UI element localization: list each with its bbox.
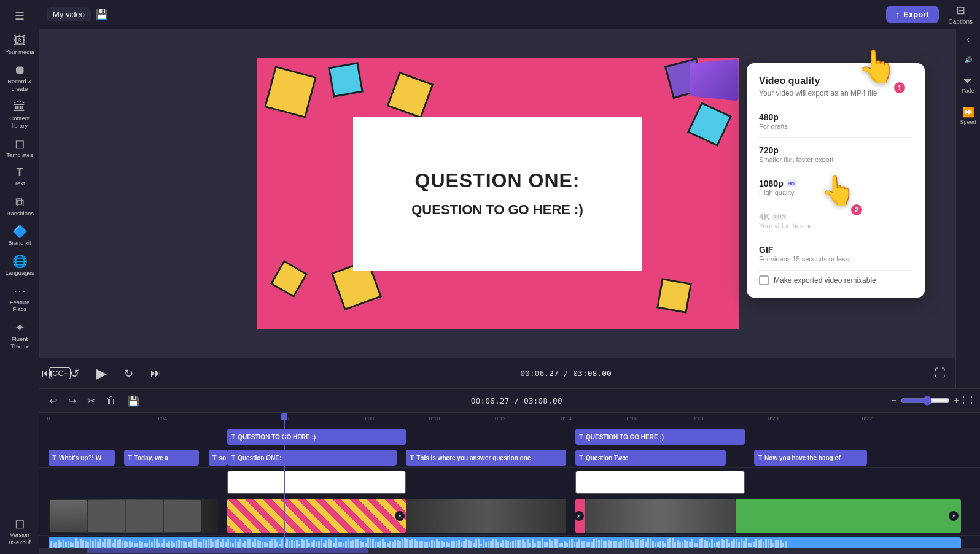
- clip-label: What's up?! W: [59, 455, 101, 461]
- clip-now-you-have[interactable]: T Now you have the hang of: [754, 450, 867, 466]
- step2-badge: 2: [850, 203, 863, 217]
- export-button[interactable]: ↑ Export: [886, 6, 939, 23]
- quality-option-gif[interactable]: GIF For videos 15 seconds or less: [759, 240, 912, 267]
- sidebar-item-label: Fluent Theme: [4, 336, 36, 350]
- sidebar-item-label: Record &create: [7, 78, 32, 92]
- cc-button[interactable]: CC +: [49, 367, 71, 379]
- undo-button[interactable]: ↩: [47, 393, 60, 409]
- audio-clip[interactable]: [49, 537, 961, 548]
- hamburger-icon: ☰: [15, 9, 25, 23]
- zoom-slider[interactable]: [901, 396, 950, 406]
- delete-button[interactable]: 🗑: [104, 393, 119, 409]
- sidebar-item-your-media[interactable]: 🖼 Your media: [1, 31, 38, 59]
- speed-icon: ⏩: [962, 106, 974, 118]
- video-clip-pink-2[interactable]: ✕: [575, 499, 585, 533]
- cut-button[interactable]: ✂: [85, 393, 98, 409]
- clip-label: Question ONE:: [238, 455, 281, 461]
- fullscreen-button[interactable]: ⛶: [935, 367, 946, 380]
- quality-label-gif: GIF: [759, 245, 912, 255]
- video-clip-dark-2[interactable]: [406, 499, 566, 533]
- ruler-mark-22: 0:22: [861, 415, 873, 421]
- captions-icon: ⊟: [956, 4, 965, 17]
- clip-question-two[interactable]: T Question Two:: [575, 450, 726, 466]
- video-clip-green[interactable]: ✕: [736, 499, 962, 533]
- text-icon: T: [17, 167, 23, 178]
- hamburger-button[interactable]: ☰: [1, 5, 38, 27]
- sidebar-item-text[interactable]: T Text: [1, 163, 38, 190]
- hd-badge: HD: [786, 180, 797, 187]
- skip-forward-button[interactable]: ⏭: [148, 364, 164, 382]
- clip-this-is[interactable]: T This is where you answer question one: [406, 450, 566, 466]
- clip-question-2[interactable]: T QUESTION TO GO HERE :): [575, 429, 745, 445]
- right-panel: ‹ 🔊 ⏷ Fade ⏩ Speed: [955, 29, 980, 388]
- zoom-out-button[interactable]: −: [891, 395, 896, 406]
- fade-label: Fade: [962, 88, 974, 94]
- clip-white-1[interactable]: [227, 471, 406, 494]
- sidebar-item-templates[interactable]: ◻ Templates: [1, 134, 38, 162]
- zoom-in-button[interactable]: +: [954, 395, 959, 406]
- clip-whatsup[interactable]: T What's up?! W: [49, 450, 114, 466]
- play-button[interactable]: ▶: [94, 363, 109, 384]
- sidebar-item-transitions[interactable]: ⧉ Transitions: [1, 192, 38, 220]
- sidebar-item-fluent-theme[interactable]: ✦ Fluent Theme: [1, 318, 38, 353]
- speed-label: Speed: [960, 119, 976, 125]
- volume-button[interactable]: 🔊: [965, 56, 972, 63]
- fullscreen-timeline-button[interactable]: ⛶: [963, 395, 973, 406]
- sidebar-item-label: Text: [14, 180, 25, 187]
- sidebar-item-content-library[interactable]: 🏛 Content library: [1, 97, 38, 133]
- tutorial-cursor-1: 👆 1: [857, 48, 906, 97]
- quality-option-720p[interactable]: 720p Smaller file, faster export: [759, 140, 912, 168]
- tracks-container: T QUESTION TO GO HERE :) T QUESTION TO G…: [39, 426, 980, 548]
- content-area: Video quality Your video will export as …: [39, 29, 980, 388]
- clip-today[interactable]: T Today, we a: [124, 450, 200, 466]
- project-title-button[interactable]: My video: [47, 7, 91, 21]
- clip-question-one[interactable]: T Question ONE:: [227, 450, 397, 466]
- sidebar-item-brand-kit[interactable]: 🔷 Brand kit: [1, 221, 38, 250]
- save-frame-button[interactable]: 💾: [125, 393, 142, 409]
- version-icon: ◻: [15, 517, 25, 529]
- cc-icon: CC: [52, 369, 64, 378]
- zoom-controls: − + ⛶: [891, 395, 973, 406]
- canvas-area: Video quality Your video will export as …: [39, 29, 955, 388]
- sidebar-item-feature-flags[interactable]: ⋯ Feature Flags: [1, 281, 38, 317]
- clip-question-1[interactable]: T QUESTION TO GO HERE :): [227, 429, 406, 445]
- track-row-audio: [39, 536, 980, 548]
- timeline-area: ↩ ↪ ✂ 🗑 💾 00:06.27 / 03:08.00 − + ⛶ 0 0:…: [39, 388, 980, 554]
- clip-label: Now you have the hang of: [764, 455, 841, 461]
- content-card: QUESTION ONE: QUESTION TO GO HERE :): [353, 117, 642, 271]
- captions-button[interactable]: ⊟ Captions: [949, 4, 973, 25]
- video-clip-dark-1[interactable]: [49, 499, 218, 533]
- quality-sublabel-gif: For videos 15 seconds or less: [759, 255, 912, 263]
- right-panel-collapse[interactable]: ‹: [966, 34, 970, 44]
- timeline-toolbar: ↩ ↪ ✂ 🗑 💾 00:06.27 / 03:08.00 − + ⛶: [39, 388, 980, 413]
- ruler-mark-14: 0:14: [561, 415, 572, 421]
- playhead-ruler: [284, 413, 285, 426]
- speed-button[interactable]: ⏩ Speed: [960, 106, 976, 125]
- clip-icon: T: [52, 454, 56, 461]
- sidebar-item-version[interactable]: ◻ Version 8Se2b0f: [1, 514, 38, 549]
- clip-label: Today, we a: [134, 455, 168, 461]
- sidebar-item-label: Templates: [6, 152, 33, 158]
- sidebar-item-record-create[interactable]: ⏺ Record &create: [1, 60, 38, 96]
- ruler-mark-10: 0:10: [429, 415, 440, 421]
- clip-icon: T: [212, 454, 217, 461]
- clip-white-2[interactable]: [575, 471, 745, 494]
- fast-forward-button[interactable]: ↻: [122, 364, 136, 383]
- fade-button[interactable]: ⏷ Fade: [962, 75, 974, 94]
- video-clip-dark-3[interactable]: [585, 499, 736, 533]
- question-subtitle: QUESTION TO GO HERE :): [411, 202, 583, 218]
- export-upload-icon: ↑: [896, 10, 900, 19]
- ruler-mark-0: 0: [47, 415, 50, 421]
- clip-so[interactable]: T so: [209, 450, 228, 466]
- uhd-badge: UHD: [772, 214, 787, 220]
- sidebar-item-label: Your media: [5, 48, 34, 55]
- redo-button[interactable]: ↪: [66, 393, 79, 409]
- clip-label-2: QUESTION TO GO HERE :): [586, 434, 664, 441]
- quality-option-480p[interactable]: 480p For drafts: [759, 107, 912, 135]
- remixable-checkbox[interactable]: [759, 275, 769, 285]
- quality-sublabel-480p: For drafts: [759, 123, 912, 130]
- sidebar-item-languages[interactable]: 🌐 Languages: [1, 252, 38, 280]
- feature-flags-icon: ⋯: [14, 285, 26, 297]
- timeline-scrollbar[interactable]: [39, 548, 980, 554]
- video-clip-pink[interactable]: ✕: [227, 499, 406, 533]
